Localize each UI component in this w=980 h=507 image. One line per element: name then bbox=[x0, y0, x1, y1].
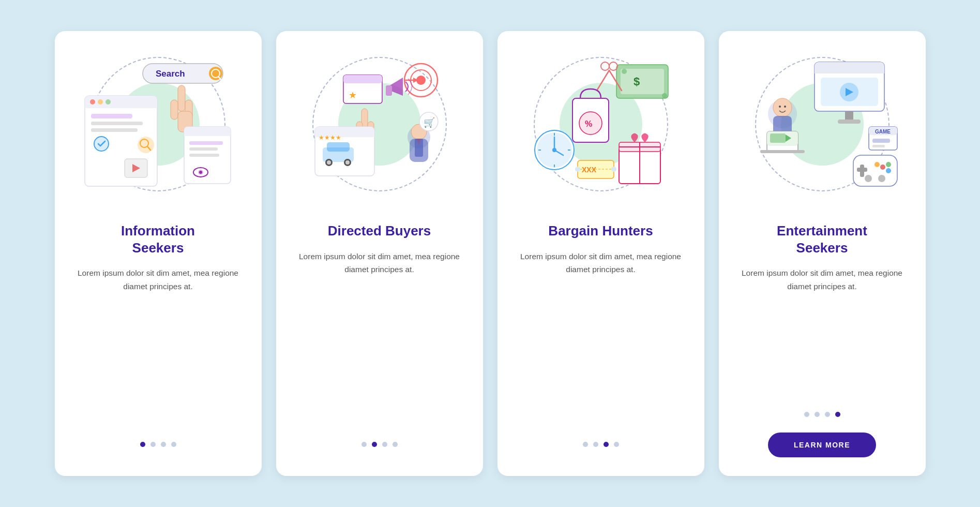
svg-rect-29 bbox=[189, 147, 218, 151]
card-2-description: Lorem ipsum dolor sit dim amet, mea regi… bbox=[295, 250, 464, 276]
svg-text:★★★★: ★★★★ bbox=[319, 134, 341, 141]
svg-line-72 bbox=[597, 70, 609, 91]
dot-4-2 bbox=[815, 412, 820, 417]
svg-point-70 bbox=[609, 62, 617, 70]
bargain-hunters-illustration: $ % bbox=[521, 47, 681, 202]
svg-point-13 bbox=[98, 99, 103, 105]
card-1-dots bbox=[140, 442, 176, 447]
svg-rect-112 bbox=[760, 150, 805, 153]
svg-rect-40 bbox=[343, 75, 382, 83]
card-directed-buyers: ★ bbox=[276, 31, 483, 476]
svg-rect-42 bbox=[386, 85, 392, 96]
card-2-content: Directed Buyers Lorem ipsum dolor sit di… bbox=[276, 217, 483, 457]
dot-1-4 bbox=[171, 442, 176, 447]
card-3-illustration: $ % bbox=[497, 31, 704, 217]
card-1-content: InformationSeekers Lorem ipsum dolor sit… bbox=[55, 217, 262, 457]
dot-3-4 bbox=[614, 442, 619, 447]
svg-point-106 bbox=[784, 106, 786, 108]
dot-2-4 bbox=[393, 442, 398, 447]
card-4-dots bbox=[804, 412, 840, 417]
svg-point-104 bbox=[773, 98, 792, 117]
card-3-content: Bargain Hunters Lorem ipsum dolor sit di… bbox=[497, 217, 704, 457]
card-2-title: Directed Buyers bbox=[328, 222, 431, 240]
svg-point-67 bbox=[622, 69, 627, 74]
svg-text:$: $ bbox=[634, 75, 640, 88]
svg-point-105 bbox=[779, 106, 781, 108]
svg-rect-126 bbox=[872, 145, 885, 147]
card-3-dots bbox=[583, 442, 619, 447]
card-3-description: Lorem ipsum dolor sit dim amet, mea regi… bbox=[516, 250, 686, 276]
dot-3-1 bbox=[583, 442, 588, 447]
card-entertainment-seekers: GAME EntertainmentSeekers Lorem ipsum do… bbox=[719, 31, 926, 476]
svg-point-92 bbox=[575, 167, 580, 172]
svg-rect-51 bbox=[327, 142, 350, 152]
svg-text:Search: Search bbox=[156, 69, 185, 79]
svg-point-116 bbox=[880, 165, 885, 170]
svg-point-33 bbox=[199, 171, 202, 174]
dot-4-3 bbox=[825, 412, 830, 417]
svg-rect-17 bbox=[91, 128, 138, 132]
svg-text:XXX: XXX bbox=[582, 166, 597, 174]
dot-4-1 bbox=[804, 412, 809, 417]
svg-rect-30 bbox=[189, 154, 219, 157]
svg-rect-102 bbox=[838, 120, 861, 124]
card-4-title: EntertainmentSeekers bbox=[777, 222, 867, 256]
search-illustration: Search bbox=[76, 44, 241, 204]
svg-point-117 bbox=[886, 162, 891, 167]
svg-point-118 bbox=[886, 168, 891, 173]
card-1-illustration: Search bbox=[55, 31, 262, 217]
dot-2-3 bbox=[382, 442, 387, 447]
svg-rect-5 bbox=[178, 85, 185, 111]
card-bargain-hunters: $ % bbox=[497, 31, 704, 476]
svg-rect-61 bbox=[410, 139, 428, 162]
svg-point-69 bbox=[601, 62, 609, 70]
svg-rect-101 bbox=[845, 111, 853, 121]
svg-rect-97 bbox=[815, 69, 884, 73]
dot-3-2 bbox=[593, 442, 598, 447]
dot-1-3 bbox=[161, 442, 166, 447]
svg-rect-6 bbox=[171, 100, 178, 120]
svg-rect-11 bbox=[85, 102, 157, 108]
svg-point-93 bbox=[611, 167, 616, 172]
card-4-illustration: GAME bbox=[719, 31, 926, 217]
svg-rect-27 bbox=[184, 132, 231, 136]
directed-buyers-illustration: ★ bbox=[302, 47, 457, 202]
svg-text:GAME: GAME bbox=[875, 129, 891, 135]
card-1-title: InformationSeekers bbox=[121, 222, 195, 256]
card-4-content: EntertainmentSeekers Lorem ipsum dolor s… bbox=[719, 217, 926, 457]
svg-point-121 bbox=[878, 175, 885, 182]
svg-point-53 bbox=[327, 160, 331, 165]
svg-point-68 bbox=[662, 93, 667, 98]
dot-1-1 bbox=[140, 442, 145, 447]
svg-point-119 bbox=[875, 162, 880, 167]
entertainment-illustration: GAME bbox=[742, 47, 902, 202]
card-1-description: Lorem ipsum dolor sit dim amet, mea regi… bbox=[73, 266, 243, 293]
svg-rect-15 bbox=[91, 114, 132, 118]
svg-text:★: ★ bbox=[349, 90, 357, 100]
svg-rect-125 bbox=[872, 139, 890, 143]
card-information-seekers: Search bbox=[55, 31, 262, 476]
svg-text:🛒: 🛒 bbox=[424, 117, 435, 128]
dot-1-2 bbox=[150, 442, 156, 447]
svg-point-12 bbox=[90, 99, 95, 105]
svg-rect-110 bbox=[770, 133, 786, 143]
svg-point-55 bbox=[345, 160, 350, 165]
card-2-illustration: ★ bbox=[276, 31, 483, 217]
svg-point-14 bbox=[105, 99, 111, 105]
learn-more-button[interactable]: LEARN MORE bbox=[768, 433, 876, 457]
svg-rect-28 bbox=[189, 141, 223, 145]
svg-rect-115 bbox=[857, 168, 867, 172]
svg-point-120 bbox=[865, 175, 872, 182]
card-2-dots bbox=[361, 442, 398, 447]
cards-container: Search bbox=[34, 10, 946, 497]
card-4-description: Lorem ipsum dolor sit dim amet, mea regi… bbox=[737, 266, 907, 293]
dot-2-1 bbox=[361, 442, 367, 447]
svg-text:%: % bbox=[585, 120, 592, 128]
dot-3-3 bbox=[604, 442, 609, 447]
dot-4-4 bbox=[835, 412, 840, 417]
svg-rect-65 bbox=[621, 69, 664, 94]
card-3-title: Bargain Hunters bbox=[548, 222, 653, 240]
svg-rect-16 bbox=[91, 122, 143, 125]
dot-2-2 bbox=[372, 442, 377, 447]
